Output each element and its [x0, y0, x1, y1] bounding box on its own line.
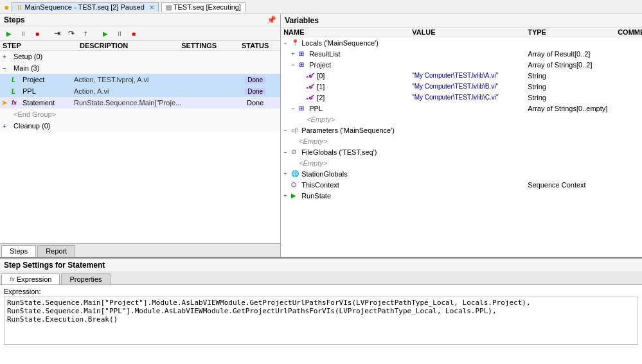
- step-name-project: Project: [22, 76, 74, 83]
- var-row-stationglobals[interactable]: + 🌐 StationGlobals: [281, 168, 642, 179]
- thiscontext-icon: ⬡: [291, 182, 300, 188]
- step-row-setup[interactable]: + Setup (0): [0, 51, 280, 62]
- settings-header: Step Settings for Statement: [0, 259, 642, 272]
- var-type-resultlist: Array of Result[0..2]: [528, 50, 618, 58]
- var-name-proj-1: [1]: [317, 83, 325, 91]
- tab-steps[interactable]: Steps: [1, 245, 36, 257]
- vcol-type-header: TYPE: [528, 28, 618, 36]
- bottom-section: Step Settings for Statement fx Expressio…: [0, 258, 642, 364]
- var-row-resultlist[interactable]: + ⊞ ResultList Array of Result[0..2]: [281, 48, 642, 59]
- ppl-arr-icon: ⊞: [299, 105, 308, 112]
- settings-title: Step Settings for Statement: [4, 261, 105, 270]
- step-row-main[interactable]: − Main (3): [0, 62, 280, 74]
- pin-icon[interactable]: 📌: [267, 15, 276, 24]
- top-section: Steps 📌 ▶ ⏸ ■ ⇥ ↷ ↑ ▶ ⏸ ■ STEP DESCRIPTI…: [0, 14, 642, 258]
- var-row-ppl-arr[interactable]: − ⊞ PPL Array of Strings[0..empty]: [281, 103, 642, 114]
- expand-parameters[interactable]: −: [283, 127, 290, 134]
- tab-expression[interactable]: fx Expression: [1, 273, 60, 284]
- pause-button[interactable]: ⏸: [17, 28, 30, 39]
- expand-resultlist[interactable]: +: [291, 51, 298, 57]
- step-expand-main[interactable]: −: [3, 65, 12, 72]
- step-name-setup: Setup (0): [13, 53, 65, 60]
- step-row-cleanup[interactable]: + Cleanup (0): [0, 120, 280, 132]
- variables-header: Variables: [281, 14, 642, 28]
- titlebar: ● ⏸ MainSequence - TEST.seq [2] Paused ✕…: [0, 0, 642, 14]
- step-row-project[interactable]: L Project Action, TEST.lvproj, A.vi Done: [0, 74, 280, 85]
- run-button[interactable]: ▶: [3, 28, 15, 39]
- current-arrow: ➤: [1, 98, 8, 107]
- variables-title: Variables: [285, 16, 319, 25]
- step-icon-ppl: L: [12, 88, 21, 95]
- step-desc-project: Action, TEST.lvproj, A.vi: [74, 76, 181, 83]
- variables-columns: NAME VALUE TYPE COMMENT: [281, 28, 642, 37]
- var-row-locals[interactable]: − 📍 Locals ('MainSequence'): [281, 37, 642, 48]
- step-status-statement: Done: [233, 99, 278, 107]
- var-row-thiscontext[interactable]: ⬡ ThisContext Sequence Context: [281, 179, 642, 190]
- tab-test-seq-label: TEST.seq [Executing]: [174, 3, 241, 11]
- step-name-main: Main (3): [13, 64, 65, 72]
- step-expand-setup[interactable]: +: [3, 53, 12, 60]
- vcol-name-header: NAME: [283, 28, 412, 36]
- var-type-thiscontext: Sequence Context: [528, 181, 618, 189]
- var-row-proj-2[interactable]: 𝒜 [2] "My Computer\TEST.lvlib\C.vi" Stri…: [281, 92, 642, 103]
- steps-toolbar: ▶ ⏸ ■ ⇥ ↷ ↑ ▶ ⏸ ■: [0, 26, 280, 41]
- parameters-icon: αβ: [291, 127, 300, 134]
- tab-properties[interactable]: Properties: [61, 273, 110, 284]
- pause-selected-button[interactable]: ⏸: [113, 28, 126, 39]
- col-desc-header: DESCRIPTION: [80, 42, 181, 49]
- step-icon-project: L: [12, 76, 21, 83]
- var-row-fileglobals[interactable]: − ⊙ FileGlobals ('TEST.seq'): [281, 146, 642, 157]
- expand-stationglobals[interactable]: +: [283, 171, 290, 177]
- step-name-ppl: PPL: [22, 87, 74, 95]
- fileglobals-icon: ⊙: [291, 148, 300, 155]
- step-out-button[interactable]: ↑: [79, 28, 92, 39]
- var-type-project-arr: Array of Strings[0..2]: [528, 61, 618, 69]
- col-settings-header: SETTINGS: [181, 42, 233, 49]
- var-name-project-arr: Project: [309, 61, 331, 69]
- steps-title: Steps: [4, 15, 25, 24]
- expression-textarea[interactable]: [4, 297, 638, 345]
- var-name-params-empty: <Empty>: [299, 137, 327, 145]
- run-selected-button[interactable]: ▶: [99, 28, 112, 39]
- execute-icon: ▤: [166, 4, 172, 11]
- expand-runstate[interactable]: +: [283, 193, 290, 199]
- step-into-button[interactable]: ⇥: [51, 28, 64, 39]
- tab-test-seq[interactable]: ▤ TEST.seq [Executing]: [161, 2, 245, 12]
- var-row-proj-0[interactable]: 𝒜 [0] "My Computer\TEST.lvlib\A.vi" Stri…: [281, 70, 642, 81]
- step-expand-cleanup[interactable]: +: [3, 123, 12, 130]
- vcol-value-header: VALUE: [412, 28, 528, 36]
- var-row-proj-1[interactable]: 𝒜 [1] "My Computer\TEST.lvlib\B.vi" Stri…: [281, 81, 642, 92]
- var-name-proj-0: [0]: [317, 72, 325, 80]
- steps-content[interactable]: + Setup (0) − Main (3): [0, 51, 280, 243]
- step-status-project: Done: [233, 76, 278, 83]
- variables-content[interactable]: − 📍 Locals ('MainSequence') + ⊞ ResultLi…: [281, 37, 642, 257]
- locals-icon: 📍: [291, 39, 300, 46]
- expand-ppl-arr[interactable]: −: [291, 105, 298, 112]
- vcol-comment-header: COMMENT: [618, 28, 642, 36]
- app-icon: ●: [4, 2, 9, 12]
- expression-tab-icon: fx: [10, 276, 15, 282]
- expand-project-arr[interactable]: −: [291, 62, 298, 68]
- settings-content: Expression:: [0, 285, 642, 364]
- stop-button[interactable]: ■: [31, 28, 44, 39]
- step-row-statement[interactable]: ➤ fx Statement RunState.Sequence.Main["P…: [0, 97, 280, 108]
- pause-icon: ⏸: [16, 4, 22, 11]
- step-over-button[interactable]: ↷: [65, 28, 78, 39]
- proj-2-icon: 𝒜: [307, 94, 316, 101]
- step-desc-statement: RunState.Sequence.Main["Proje...: [74, 99, 181, 107]
- var-row-runstate[interactable]: + ▶ RunState: [281, 190, 642, 201]
- var-row-project-arr[interactable]: − ⊞ Project Array of Strings[0..2]: [281, 59, 642, 70]
- var-type-ppl-arr: Array of Strings[0..empty]: [528, 105, 618, 112]
- variables-panel: Variables NAME VALUE TYPE COMMENT − 📍 Lo…: [281, 14, 642, 257]
- step-row-ppl[interactable]: L PPL Action, A.vi Done: [0, 85, 280, 97]
- stop-selected-button[interactable]: ■: [127, 28, 140, 39]
- expand-fileglobals[interactable]: −: [283, 149, 290, 155]
- tab-report[interactable]: Report: [37, 245, 75, 257]
- steps-panel: Steps 📌 ▶ ⏸ ■ ⇥ ↷ ↑ ▶ ⏸ ■ STEP DESCRIPTI…: [0, 14, 281, 257]
- var-row-parameters[interactable]: − αβ Parameters ('MainSequence'): [281, 125, 642, 135]
- step-row-endgroup[interactable]: <End Group>: [0, 108, 280, 120]
- var-name-runstate: RunState: [301, 192, 331, 200]
- tab-main-sequence[interactable]: ⏸ MainSequence - TEST.seq [2] Paused ✕: [12, 2, 158, 12]
- tab-main-sequence-close[interactable]: ✕: [149, 4, 154, 11]
- expand-locals[interactable]: −: [283, 40, 290, 46]
